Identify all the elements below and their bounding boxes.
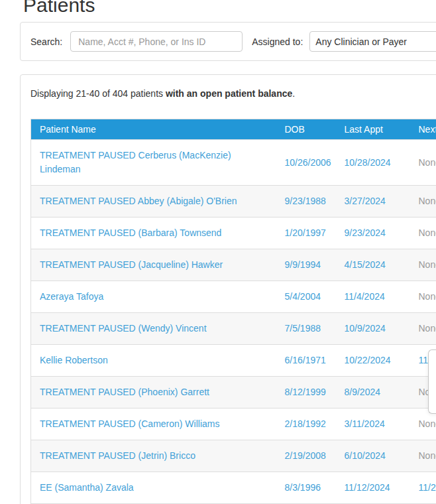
column-header-patient-name[interactable]: Patient Name [31,119,276,140]
next-appt-cell: None [410,281,436,313]
summary-prefix: Displaying 21-40 of 404 patients [30,88,166,99]
patient-name-link[interactable]: TREATMENT PAUSED (Cameron) Williams [40,418,219,429]
dob-cell: 9/9/1994 [276,249,336,281]
next-appt-cell: None [410,313,436,345]
dob-value[interactable]: 5/4/2004 [285,291,321,302]
table-row: TREATMENT PAUSED (Cameron) Williams 2/18… [31,409,436,440]
table-row: Azeraya Tafoya 5/4/2004 11/4/2024 None [31,281,436,313]
patient-name-link[interactable]: Kellie Robertson [40,355,108,365]
assigned-to-label: Assigned to: [252,36,303,47]
dob-cell: 2/19/2008 [276,440,336,472]
table-row: EE (Samantha) Zavala 8/3/1996 11/12/2024… [31,472,436,504]
patient-name-link[interactable]: TREATMENT PAUSED (Wendy) Vincent [40,323,207,334]
patient-name-link[interactable]: TREATMENT PAUSED (Barbara) Townsend [40,227,221,238]
patient-name-link[interactable]: EE (Samantha) Zavala [40,482,134,493]
last-appt-cell: 8/9/2024 [336,377,410,409]
summary-suffix: . [292,88,295,99]
last-appt-cell: 10/28/2024 [336,140,410,186]
next-appt-cell: 11/20 [410,472,436,504]
last-appt-cell: 6/10/2024 [336,440,410,472]
next-appt-none: None [419,227,436,238]
next-appt-cell: None [410,186,436,218]
dob-value[interactable]: 6/16/1971 [285,355,326,365]
dob-cell: 2/18/1992 [276,409,336,440]
dob-value[interactable]: 9/23/1988 [285,196,326,206]
last-appt-cell: 3/11/2024 [336,409,410,440]
next-appt-none: None [419,157,436,168]
dob-value[interactable]: 8/3/1996 [285,482,321,493]
last-appt-value[interactable]: 9/23/2024 [345,227,386,238]
last-appt-cell: 9/23/2024 [336,218,410,249]
last-appt-cell: 3/27/2024 [336,186,410,218]
last-appt-value[interactable]: 10/22/2024 [345,355,391,365]
dob-value[interactable]: 2/19/2008 [285,450,326,461]
patient-name-cell: TREATMENT PAUSED (Barbara) Townsend [31,218,276,249]
next-appt-none: None [419,196,436,206]
dob-value[interactable]: 1/20/1997 [285,227,326,238]
search-input[interactable] [70,31,243,52]
last-appt-value[interactable]: 10/9/2024 [345,323,386,334]
table-header-row: Patient Name DOB Last Appt Next Appt [31,119,436,140]
dob-cell: 6/16/1971 [276,345,336,377]
dob-cell: 5/4/2004 [276,281,336,313]
last-appt-value[interactable]: 6/10/2024 [345,450,386,461]
popover [428,349,436,414]
next-appt-none: None [419,418,436,429]
last-appt-cell: 11/4/2024 [336,281,410,313]
table-row: TREATMENT PAUSED (Jetrin) Bricco 2/19/20… [31,440,436,472]
assigned-to-select[interactable]: Any Clinician or Payer [309,31,436,52]
patient-name-link[interactable]: TREATMENT PAUSED (Jetrin) Bricco [40,450,195,461]
table-row: TREATMENT PAUSED Abbey (Abigale) O'Brien… [31,186,436,218]
last-appt-cell: 10/22/2024 [336,345,410,377]
dob-value[interactable]: 2/18/1992 [285,418,326,429]
patient-name-cell: TREATMENT PAUSED (Phoenix) Garrett [31,377,276,409]
last-appt-value[interactable]: 8/9/2024 [345,387,381,397]
last-appt-value[interactable]: 3/11/2024 [345,418,385,429]
patient-name-link[interactable]: TREATMENT PAUSED (Phoenix) Garrett [40,387,209,397]
patient-name-cell: TREATMENT PAUSED Abbey (Abigale) O'Brien [31,186,276,218]
last-appt-value[interactable]: 11/4/2024 [345,291,385,302]
last-appt-value[interactable]: 11/12/2024 [345,482,390,493]
patient-name-cell: Azeraya Tafoya [31,281,276,313]
dob-cell: 7/5/1988 [276,313,336,345]
next-appt-cell: None [410,140,436,186]
last-appt-cell: 10/9/2024 [336,313,410,345]
patient-name-cell: EE (Samantha) Zavala [31,472,276,504]
patient-name-link[interactable]: TREATMENT PAUSED (Jacqueline) Hawker [40,259,223,270]
last-appt-cell: 11/12/2024 [336,472,410,504]
table-row: TREATMENT PAUSED (Phoenix) Garrett 8/12/… [31,377,436,409]
last-appt-cell: 4/15/2024 [336,249,410,281]
dob-value[interactable]: 7/5/1988 [285,323,321,334]
dob-cell: 8/12/1999 [276,377,336,409]
patient-name-link[interactable]: TREATMENT PAUSED Cerberus (MacKenzie) Li… [40,150,231,174]
next-appt-none: None [419,291,436,302]
dob-value[interactable]: 8/12/1999 [285,387,326,397]
next-appt-none: None [419,259,436,270]
summary-bold: with an open patient balance [166,88,292,99]
page-title: Patients [23,0,436,17]
column-header-dob[interactable]: DOB [276,119,336,140]
last-appt-value[interactable]: 4/15/2024 [345,259,386,270]
dob-cell: 8/3/1996 [276,472,336,504]
last-appt-value[interactable]: 3/27/2024 [345,196,386,206]
last-appt-value[interactable]: 10/28/2024 [345,157,391,168]
search-label: Search: [30,36,62,47]
dob-value[interactable]: 10/26/2006 [285,157,331,168]
patient-table-body: TREATMENT PAUSED Cerberus (MacKenzie) Li… [31,140,436,504]
patient-table: Patient Name DOB Last Appt Next Appt TRE… [30,119,436,504]
patient-name-cell: TREATMENT PAUSED Cerberus (MacKenzie) Li… [31,140,276,186]
results-summary: Displaying 21-40 of 404 patients with an… [30,87,436,100]
next-appt-value[interactable]: 11/20 [419,482,436,493]
patient-name-cell: TREATMENT PAUSED (Cameron) Williams [31,409,276,440]
table-row: Kellie Robertson 6/16/1971 10/22/2024 11… [31,345,436,377]
dob-cell: 9/23/1988 [276,186,336,218]
patients-page: Patients Search: Assigned to: Any Clinic… [0,0,436,504]
dob-value[interactable]: 9/9/1994 [285,259,321,270]
patient-name-cell: TREATMENT PAUSED (Jacqueline) Hawker [31,249,276,281]
next-appt-cell: None [410,440,436,472]
filter-panel: Search: Assigned to: Any Clinician or Pa… [20,22,436,61]
patient-name-link[interactable]: TREATMENT PAUSED Abbey (Abigale) O'Brien [40,196,237,206]
column-header-last-appt[interactable]: Last Appt [336,119,410,140]
column-header-next-appt[interactable]: Next Appt [410,119,436,140]
patient-name-link[interactable]: Azeraya Tafoya [40,291,103,302]
